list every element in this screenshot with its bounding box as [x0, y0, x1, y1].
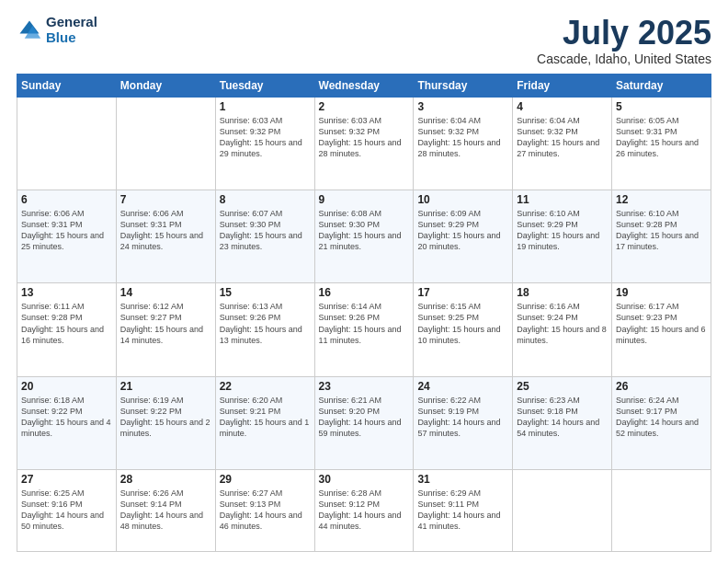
calendar-cell: 14Sunrise: 6:12 AM Sunset: 9:27 PM Dayli…: [116, 283, 215, 376]
cell-info: Sunrise: 6:12 AM Sunset: 9:27 PM Dayligh…: [120, 301, 211, 346]
calendar-cell: [513, 469, 612, 551]
day-number: 6: [21, 193, 112, 206]
cell-info: Sunrise: 6:28 AM Sunset: 9:12 PM Dayligh…: [319, 488, 410, 533]
calendar-cell: 12Sunrise: 6:10 AM Sunset: 9:28 PM Dayli…: [612, 190, 711, 282]
week-row-1: 6Sunrise: 6:06 AM Sunset: 9:31 PM Daylig…: [17, 190, 711, 282]
day-number: 29: [220, 473, 311, 486]
calendar-cell: 22Sunrise: 6:20 AM Sunset: 9:21 PM Dayli…: [215, 376, 314, 469]
day-number: 26: [616, 380, 707, 393]
cell-info: Sunrise: 6:04 AM Sunset: 9:32 PM Dayligh…: [417, 115, 508, 160]
day-number: 21: [120, 380, 211, 393]
calendar-cell: 9Sunrise: 6:08 AM Sunset: 9:30 PM Daylig…: [314, 190, 414, 282]
calendar-cell: 19Sunrise: 6:17 AM Sunset: 9:23 PM Dayli…: [612, 283, 711, 376]
cell-info: Sunrise: 6:19 AM Sunset: 9:22 PM Dayligh…: [120, 395, 211, 440]
cell-info: Sunrise: 6:18 AM Sunset: 9:22 PM Dayligh…: [21, 395, 112, 440]
title-section: July 2025 Cascade, Idaho, United States: [537, 15, 711, 66]
day-number: 5: [616, 100, 707, 113]
calendar-cell: [116, 97, 215, 190]
calendar-cell: 28Sunrise: 6:26 AM Sunset: 9:14 PM Dayli…: [116, 469, 215, 551]
calendar-cell: 17Sunrise: 6:15 AM Sunset: 9:25 PM Dayli…: [414, 283, 513, 376]
week-row-4: 27Sunrise: 6:25 AM Sunset: 9:16 PM Dayli…: [17, 469, 711, 551]
calendar-cell: 13Sunrise: 6:11 AM Sunset: 9:28 PM Dayli…: [17, 283, 117, 376]
cell-info: Sunrise: 6:17 AM Sunset: 9:23 PM Dayligh…: [616, 301, 707, 346]
header-saturday: Saturday: [612, 74, 711, 97]
cell-info: Sunrise: 6:11 AM Sunset: 9:28 PM Dayligh…: [21, 301, 112, 346]
calendar-cell: 30Sunrise: 6:28 AM Sunset: 9:12 PM Dayli…: [314, 469, 414, 551]
header-tuesday: Tuesday: [215, 74, 314, 97]
calendar-cell: 20Sunrise: 6:18 AM Sunset: 9:22 PM Dayli…: [17, 376, 117, 469]
calendar-cell: 31Sunrise: 6:29 AM Sunset: 9:11 PM Dayli…: [414, 469, 513, 551]
calendar-table: SundayMondayTuesdayWednesdayThursdayFrid…: [17, 74, 711, 552]
cell-info: Sunrise: 6:15 AM Sunset: 9:25 PM Dayligh…: [417, 301, 508, 346]
week-row-3: 20Sunrise: 6:18 AM Sunset: 9:22 PM Dayli…: [17, 376, 711, 469]
week-row-0: 1Sunrise: 6:03 AM Sunset: 9:32 PM Daylig…: [17, 97, 711, 190]
calendar-header-row: SundayMondayTuesdayWednesdayThursdayFrid…: [17, 74, 711, 97]
cell-info: Sunrise: 6:20 AM Sunset: 9:21 PM Dayligh…: [220, 395, 311, 440]
cell-info: Sunrise: 6:23 AM Sunset: 9:18 PM Dayligh…: [517, 395, 608, 440]
cell-info: Sunrise: 6:08 AM Sunset: 9:30 PM Dayligh…: [319, 208, 410, 253]
header-monday: Monday: [116, 74, 215, 97]
main-title: July 2025: [537, 15, 711, 52]
day-number: 10: [417, 193, 508, 206]
calendar-cell: 10Sunrise: 6:09 AM Sunset: 9:29 PM Dayli…: [414, 190, 513, 282]
calendar-cell: 21Sunrise: 6:19 AM Sunset: 9:22 PM Dayli…: [116, 376, 215, 469]
calendar-cell: 8Sunrise: 6:07 AM Sunset: 9:30 PM Daylig…: [215, 190, 314, 282]
header-friday: Friday: [513, 74, 612, 97]
calendar-cell: 23Sunrise: 6:21 AM Sunset: 9:20 PM Dayli…: [314, 376, 414, 469]
day-number: 2: [319, 100, 410, 113]
day-number: 28: [120, 473, 211, 486]
cell-info: Sunrise: 6:03 AM Sunset: 9:32 PM Dayligh…: [319, 115, 410, 160]
day-number: 13: [21, 286, 112, 299]
logo-icon: [17, 17, 42, 43]
calendar-cell: 6Sunrise: 6:06 AM Sunset: 9:31 PM Daylig…: [17, 190, 117, 282]
cell-info: Sunrise: 6:22 AM Sunset: 9:19 PM Dayligh…: [417, 395, 508, 440]
day-number: 4: [517, 100, 608, 113]
day-number: 24: [417, 380, 508, 393]
day-number: 11: [517, 193, 608, 206]
cell-info: Sunrise: 6:27 AM Sunset: 9:13 PM Dayligh…: [220, 488, 311, 533]
day-number: 31: [417, 473, 508, 486]
calendar-cell: 4Sunrise: 6:04 AM Sunset: 9:32 PM Daylig…: [513, 97, 612, 190]
day-number: 8: [220, 193, 311, 206]
calendar-cell: [612, 469, 711, 551]
calendar-cell: 7Sunrise: 6:06 AM Sunset: 9:31 PM Daylig…: [116, 190, 215, 282]
cell-info: Sunrise: 6:09 AM Sunset: 9:29 PM Dayligh…: [417, 208, 508, 253]
day-number: 17: [417, 286, 508, 299]
calendar-cell: 24Sunrise: 6:22 AM Sunset: 9:19 PM Dayli…: [414, 376, 513, 469]
cell-info: Sunrise: 6:21 AM Sunset: 9:20 PM Dayligh…: [319, 395, 410, 440]
day-number: 12: [616, 193, 707, 206]
cell-info: Sunrise: 6:10 AM Sunset: 9:28 PM Dayligh…: [616, 208, 707, 253]
cell-info: Sunrise: 6:14 AM Sunset: 9:26 PM Dayligh…: [319, 301, 410, 346]
cell-info: Sunrise: 6:25 AM Sunset: 9:16 PM Dayligh…: [21, 488, 112, 533]
calendar-cell: 3Sunrise: 6:04 AM Sunset: 9:32 PM Daylig…: [414, 97, 513, 190]
day-number: 22: [220, 380, 311, 393]
day-number: 16: [319, 286, 410, 299]
cell-info: Sunrise: 6:29 AM Sunset: 9:11 PM Dayligh…: [417, 488, 508, 533]
day-number: 20: [21, 380, 112, 393]
calendar-cell: 1Sunrise: 6:03 AM Sunset: 9:32 PM Daylig…: [215, 97, 314, 190]
week-row-2: 13Sunrise: 6:11 AM Sunset: 9:28 PM Dayli…: [17, 283, 711, 376]
header-wednesday: Wednesday: [314, 74, 414, 97]
cell-info: Sunrise: 6:16 AM Sunset: 9:24 PM Dayligh…: [517, 301, 608, 346]
day-number: 27: [21, 473, 112, 486]
cell-info: Sunrise: 6:06 AM Sunset: 9:31 PM Dayligh…: [120, 208, 211, 253]
subtitle: Cascade, Idaho, United States: [537, 52, 711, 66]
calendar-cell: 15Sunrise: 6:13 AM Sunset: 9:26 PM Dayli…: [215, 283, 314, 376]
header-sunday: Sunday: [17, 74, 117, 97]
calendar-cell: [17, 97, 117, 190]
day-number: 25: [517, 380, 608, 393]
day-number: 15: [220, 286, 311, 299]
cell-info: Sunrise: 6:06 AM Sunset: 9:31 PM Dayligh…: [21, 208, 112, 253]
logo: General Blue: [17, 15, 97, 45]
calendar-cell: 2Sunrise: 6:03 AM Sunset: 9:32 PM Daylig…: [314, 97, 414, 190]
calendar-cell: 25Sunrise: 6:23 AM Sunset: 9:18 PM Dayli…: [513, 376, 612, 469]
cell-info: Sunrise: 6:10 AM Sunset: 9:29 PM Dayligh…: [517, 208, 608, 253]
day-number: 3: [417, 100, 508, 113]
calendar-cell: 5Sunrise: 6:05 AM Sunset: 9:31 PM Daylig…: [612, 97, 711, 190]
day-number: 7: [120, 193, 211, 206]
cell-info: Sunrise: 6:24 AM Sunset: 9:17 PM Dayligh…: [616, 395, 707, 440]
cell-info: Sunrise: 6:26 AM Sunset: 9:14 PM Dayligh…: [120, 488, 211, 533]
day-number: 19: [616, 286, 707, 299]
day-number: 30: [319, 473, 410, 486]
calendar-cell: 29Sunrise: 6:27 AM Sunset: 9:13 PM Dayli…: [215, 469, 314, 551]
